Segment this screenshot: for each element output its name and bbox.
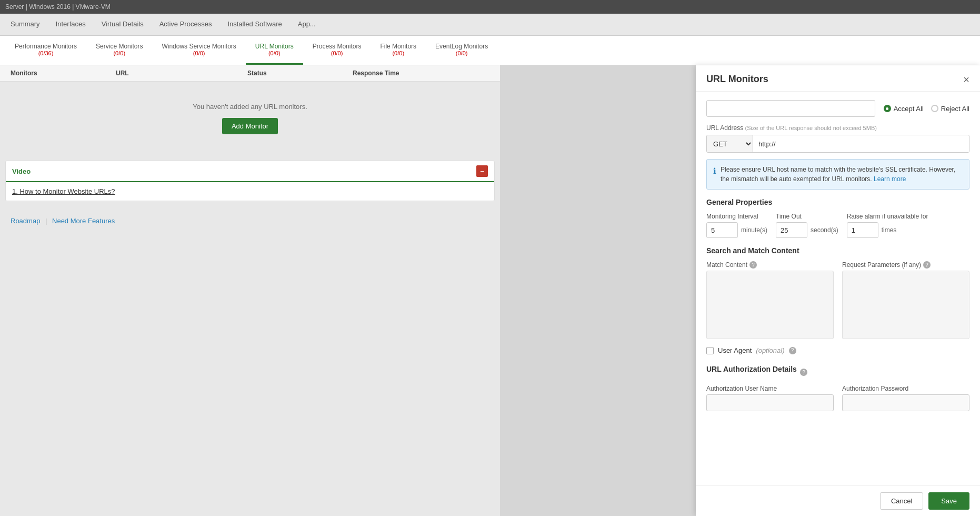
tab-file-monitors[interactable]: File Monitors (0/0) <box>371 36 426 65</box>
url-row: GET POST PUT DELETE HEAD <box>706 135 969 153</box>
reject-all-radio[interactable] <box>931 105 938 112</box>
need-features-link[interactable]: Need More Features <box>52 217 115 225</box>
video-link[interactable]: 1. How to Monitor Website URLs? <box>12 187 115 195</box>
method-select[interactable]: GET POST PUT DELETE HEAD <box>707 135 753 152</box>
roadmap-link[interactable]: Roadmap <box>11 217 40 225</box>
reject-all-option[interactable]: Reject All <box>931 105 969 113</box>
auth-username-input[interactable] <box>706 394 834 411</box>
general-properties-title: General Properties <box>706 198 969 206</box>
breadcrumb: Server | Windows 2016 | VMware-VM <box>5 3 111 11</box>
close-button[interactable]: × <box>963 74 969 85</box>
user-agent-optional: (optional) <box>756 346 784 354</box>
video-title: Video <box>12 167 31 175</box>
auth-password-group: Authorization Password <box>842 385 969 411</box>
raise-alarm-group: Raise alarm if unavailable for times <box>847 213 928 238</box>
auth-username-label: Authorization User Name <box>706 385 834 392</box>
left-panel: Monitors URL Status Response Time You ha… <box>0 65 500 516</box>
main-content: Monitors URL Status Response Time You ha… <box>0 65 980 516</box>
timeout-unit: second(s) <box>811 226 838 234</box>
accept-all-label: Accept All <box>894 105 924 113</box>
video-section: Video − 1. How to Monitor Website URLs? <box>5 161 495 201</box>
col-response-time: Response Time <box>353 70 458 77</box>
footer-links: Roadmap | Need More Features <box>0 206 500 235</box>
accept-all-radio[interactable] <box>884 105 891 112</box>
url-monitors-panel: URL Monitors × Accept All Reject All <box>696 65 980 516</box>
empty-state: You haven't added any URL monitors. Add … <box>0 82 500 155</box>
empty-message: You haven't added any URL monitors. <box>193 103 307 111</box>
search-input[interactable] <box>706 100 875 117</box>
nav-tab-virtual-details[interactable]: Virtual Details <box>102 15 144 34</box>
search-match-title: Search and Match Content <box>706 246 969 255</box>
match-content-textarea[interactable] <box>706 271 834 339</box>
raise-alarm-unit: times <box>882 226 897 234</box>
info-text: Please ensure URL host name to match wit… <box>721 165 963 184</box>
nav-tab-summary[interactable]: Summary <box>11 15 40 34</box>
url-address-label: URL Address (Size of the URL response sh… <box>706 124 969 132</box>
cancel-button[interactable]: Cancel <box>880 492 923 510</box>
modal-footer: Cancel Save <box>696 485 980 516</box>
add-monitor-button[interactable]: Add Monitor <box>222 118 278 134</box>
monitoring-interval-unit: minute(s) <box>741 226 767 234</box>
reject-all-label: Reject All <box>941 105 969 113</box>
tab-eventlog-monitors[interactable]: EventLog Monitors (0/0) <box>426 36 497 65</box>
tab-service-monitors[interactable]: Service Monitors (0/0) <box>86 36 152 65</box>
nav-tab-active-processes[interactable]: Active Processes <box>159 15 212 34</box>
timeout-input[interactable] <box>776 222 807 238</box>
collapse-button[interactable]: − <box>476 165 488 177</box>
save-button[interactable]: Save <box>928 492 969 510</box>
tab-process-monitors[interactable]: Process Monitors (0/0) <box>303 36 371 65</box>
nav-tab-installed-software[interactable]: Installed Software <box>227 15 282 34</box>
info-box: ℹ Please ensure URL host name to match w… <box>706 159 969 190</box>
auth-username-group: Authorization User Name <box>706 385 834 411</box>
monitor-tabs: Performance Monitors (0/36) Service Moni… <box>0 36 980 65</box>
monitoring-interval-group: Monitoring Interval minute(s) <box>706 213 767 238</box>
url-auth-title: URL Authorization Details <box>706 365 797 373</box>
raise-alarm-input[interactable] <box>847 222 878 238</box>
request-params-help-icon[interactable]: ? <box>923 261 931 269</box>
general-properties-row: Monitoring Interval minute(s) Time Out s… <box>706 213 969 238</box>
col-monitors: Monitors <box>11 70 116 77</box>
modal-body: Accept All Reject All URL Address (Size … <box>696 92 980 485</box>
video-content: 1. How to Monitor Website URLs? <box>6 182 494 201</box>
tab-windows-service-monitors[interactable]: Windows Service Monitors (0/0) <box>152 36 245 65</box>
user-agent-label: User Agent <box>718 346 752 354</box>
monitoring-interval-input[interactable] <box>706 222 738 238</box>
table-header: Monitors URL Status Response Time <box>0 65 500 82</box>
separator: | <box>45 217 47 225</box>
col-status: Status <box>247 70 353 77</box>
top-bar: Server | Windows 2016 | VMware-VM <box>0 0 980 14</box>
accept-reject-row: Accept All Reject All <box>706 100 969 117</box>
timeout-label: Time Out <box>776 213 838 220</box>
nav-tabs: Summary Interfaces Virtual Details Activ… <box>0 14 980 36</box>
match-row: Match Content ? Request Parameters (if a… <box>706 261 969 339</box>
video-header: Video − <box>6 161 494 182</box>
nav-tab-interfaces[interactable]: Interfaces <box>56 15 86 34</box>
modal-title: URL Monitors <box>706 74 768 85</box>
nav-tab-app[interactable]: App... <box>298 15 316 34</box>
tab-url-monitors[interactable]: URL Monitors (0/0) <box>246 36 303 65</box>
timeout-group: Time Out second(s) <box>776 213 838 238</box>
request-params-textarea[interactable] <box>842 271 969 339</box>
match-content-group: Match Content ? <box>706 261 834 339</box>
match-content-help-icon[interactable]: ? <box>749 261 757 269</box>
url-input[interactable] <box>753 135 969 152</box>
user-agent-help-icon[interactable]: ? <box>789 347 796 354</box>
accept-all-option[interactable]: Accept All <box>884 105 924 113</box>
user-agent-checkbox[interactable] <box>706 347 714 354</box>
url-auth-help-icon[interactable]: ? <box>800 369 807 376</box>
request-params-label: Request Parameters (if any) ? <box>842 261 969 269</box>
radio-group: Accept All Reject All <box>884 105 969 113</box>
auth-password-label: Authorization Password <box>842 385 969 392</box>
monitoring-interval-label: Monitoring Interval <box>706 213 767 220</box>
col-url: URL <box>116 70 247 77</box>
auth-password-input[interactable] <box>842 394 969 411</box>
learn-more-link[interactable]: Learn more <box>874 175 906 183</box>
match-content-label: Match Content ? <box>706 261 834 269</box>
tab-performance-monitors[interactable]: Performance Monitors (0/36) <box>5 36 86 65</box>
raise-alarm-label: Raise alarm if unavailable for <box>847 213 928 220</box>
auth-row: Authorization User Name Authorization Pa… <box>706 385 969 411</box>
request-params-group: Request Parameters (if any) ? <box>842 261 969 339</box>
modal-header: URL Monitors × <box>696 65 980 92</box>
info-icon: ℹ <box>713 165 716 184</box>
user-agent-row: User Agent (optional) ? <box>706 346 969 354</box>
